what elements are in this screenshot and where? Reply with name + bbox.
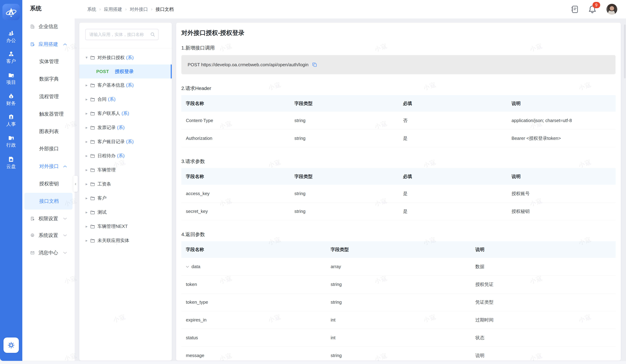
sidebar-item-chart-list[interactable]: 图表列表 [22,123,75,140]
sidebar-collapse-handle[interactable]: ‹ [73,176,78,192]
folder-icon [90,140,95,144]
sidebar-item-label: 接口文档 [39,198,59,205]
folder-icon [90,126,95,130]
tree-suffix: (系) [117,153,124,159]
breadcrumb-system[interactable]: 系统 [87,6,96,12]
caret-right-icon[interactable]: ▸ [86,83,89,87]
sidebar-item-process-mgmt[interactable]: 流程管理 [22,88,75,105]
tree-search[interactable] [85,29,158,40]
cell-type: string [290,112,399,130]
nav-item-hr[interactable]: 人事 [0,114,22,127]
tree-item[interactable]: ▸ 车辆管理NEXT [79,219,172,233]
folder-icon [90,210,95,215]
cell-field: expires_in [181,311,326,329]
tree-suffix: (系) [126,139,134,145]
tree-item[interactable]: ▸ 日程待办 (系) [79,149,172,163]
tree-item[interactable]: ▸ 发票记录 (系) [79,120,172,135]
sidebar-item-api-doc[interactable]: 接口文档 [22,193,75,210]
tree-item-label: 客户基本信息 [97,82,125,88]
tree-item[interactable]: ▸ 客户基本信息 (系) [79,78,172,92]
table-row: data array 数据 [181,258,616,276]
notifications-button[interactable]: 9 [588,5,596,13]
sidebar-item-data-dict[interactable]: 数据字典 [22,71,75,87]
caret-right-icon[interactable]: ▸ [86,125,89,130]
sidebar-group-app-builder[interactable]: 应用搭建 [22,36,75,53]
cell-field: token_type [181,293,326,311]
sidebar-item-external-api[interactable]: 外部接口 [22,140,75,157]
tree-item[interactable]: ▸ 合同 (系) [79,92,172,106]
caret-right-icon[interactable]: ▸ [86,97,89,102]
sidebar-item-label: 图表列表 [39,128,59,135]
caret-right-icon[interactable]: ▸ [86,196,89,200]
top-header: 系统 › 应用搭建 › 对外接口 › 接口文档 9 [75,0,626,18]
sidebar-group-system-settings[interactable]: 系统设置 [22,227,75,244]
sidebar-item-label: 触发器管理 [39,111,64,117]
sidebar-item-trigger-mgmt[interactable]: 触发器管理 [22,106,75,122]
cell-field: Authorization [181,130,290,147]
tree-item[interactable]: ▸ 车辆管理 [79,163,172,177]
nav-item-finance[interactable]: 财务 [0,93,22,107]
search-input[interactable] [89,32,150,37]
tree-item[interactable]: ▸ 测试 [79,205,172,219]
sidebar-group-open-api[interactable]: 对外接口 [22,158,75,175]
caret-right-icon[interactable]: ▸ [86,111,89,116]
nav-label: 云盘 [6,164,16,169]
sidebar-title: 系统 [30,4,41,12]
cell-type: string [326,293,471,311]
column-header: 字段名称 [181,168,290,185]
selection-indicator [171,65,172,78]
sidebar-group-permissions[interactable]: 权限设置 [22,210,75,227]
caret-right-icon[interactable]: ▸ [86,154,89,158]
cell-type: int [326,329,471,347]
tree-item-label: 工资条 [97,181,111,187]
notebook-icon[interactable] [571,5,578,13]
nav-item-admin[interactable]: 行政 [0,135,22,148]
request-header-table: 字段名称 字段类型 必填 说明 Content-Type string 否 ap… [181,95,616,147]
copy-button[interactable] [312,62,317,67]
sidebar-item-entity-mgmt[interactable]: 实体管理 [22,53,75,70]
nav-label: 人事 [6,121,16,127]
nav-item-office[interactable]: 办公 [0,30,22,44]
tree-item[interactable]: ▸ 未关联应用实体 [79,233,172,248]
tree-item-label: 未关联应用实体 [97,237,129,244]
doc-gear-icon [30,216,35,221]
tree-item[interactable]: ▸ 工资条 [79,177,172,191]
tree-item-auth-login[interactable]: POST 授权登录 [79,65,172,78]
nav-label: 客户 [6,59,16,64]
person-icon [8,51,14,57]
caret-right-icon[interactable]: ▸ [86,182,89,186]
settings-button[interactable] [3,337,19,353]
tree-item[interactable]: ▸ 客户账目记录 (系) [79,135,172,149]
tree-root-open-api-auth[interactable]: ▾ 对外接口授权 (系) [79,51,172,65]
endpoint-method: POST [188,62,200,67]
sidebar-item-auth-key[interactable]: 授权密钥 [22,175,75,192]
avatar[interactable] [606,4,617,15]
caret-down-icon[interactable]: ▾ [86,55,89,60]
app-logo[interactable] [2,4,20,20]
search-icon[interactable] [150,32,155,37]
tree-suffix: (系) [121,110,129,116]
tree-item[interactable]: ▸ 客户 [79,191,172,205]
caret-right-icon[interactable]: ▸ [86,210,89,215]
vertical-scrollbar[interactable] [624,24,626,78]
caret-down-icon[interactable] [186,266,189,268]
sidebar-item-company-info[interactable]: 企业信息 [22,18,75,35]
copy-icon [312,62,317,67]
nav-item-customer[interactable]: 客户 [0,51,22,64]
tree-suffix: (系) [126,55,134,61]
caret-right-icon[interactable]: ▸ [86,224,89,229]
tree-item[interactable]: ▸ 客户联系人 (系) [79,106,172,120]
table-row: Content-Type string 否 application/json; … [181,112,616,130]
nav-item-cloud[interactable]: 云盘 [0,156,22,170]
breadcrumb-app-builder[interactable]: 应用搭建 [104,6,122,12]
nav-item-project[interactable]: 项目 [0,72,22,85]
caret-right-icon[interactable]: ▸ [86,238,89,243]
table-row: secret_key string 是 授权秘钥 [181,203,616,220]
caret-right-icon[interactable]: ▸ [86,140,89,144]
folder-icon [90,111,95,115]
breadcrumb-open-api[interactable]: 对外接口 [130,6,148,12]
sidebar-group-message-center[interactable]: 消息中心 [22,244,75,261]
cloud-drive-icon [8,156,14,162]
table-row: Authorization string 是 Bearer <授权登录token… [181,130,616,147]
caret-right-icon[interactable]: ▸ [86,168,89,172]
